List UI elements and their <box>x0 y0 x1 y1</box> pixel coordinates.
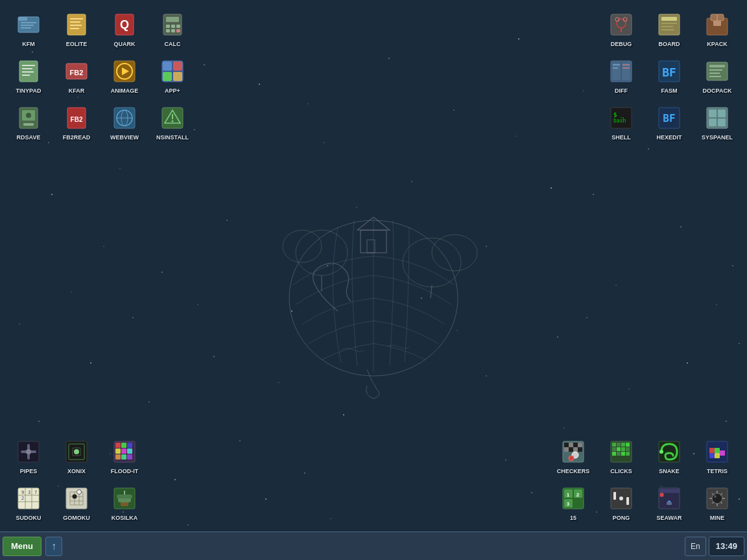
svg-rect-258 <box>676 489 679 493</box>
icon-label-seawar: SEAWAR <box>656 515 682 522</box>
icon-debug[interactable]: DEBUG <box>599 6 643 51</box>
icon-label-15: 15 <box>570 515 576 522</box>
icon-img-fb2read: FB2 <box>61 102 92 134</box>
icon-appplus[interactable]: APP+ <box>150 53 195 97</box>
svg-rect-93 <box>166 25 170 28</box>
icon-tinypad[interactable]: TINYPAD <box>6 53 51 97</box>
svg-rect-146 <box>622 64 630 65</box>
icon-sudoku[interactable]: 9372SUDOKU <box>6 480 51 524</box>
icon-quark[interactable]: QQUARK <box>102 6 147 51</box>
icon-webview[interactable]: WEBVIEW <box>102 100 147 144</box>
svg-rect-227 <box>621 447 625 451</box>
icon-hexedit[interactable]: BFHEXEDIT <box>647 100 691 144</box>
top-left-icon-area: KFMEOLITEQQUARKCALCTINYPADFB2KFARANIMAGE… <box>6 6 196 144</box>
svg-rect-214 <box>564 447 569 452</box>
svg-rect-224 <box>626 443 630 447</box>
svg-text:9: 9 <box>21 490 24 495</box>
desktop: KFMEOLITEQQUARKCALCTINYPADFB2KFARANIMAGE… <box>0 0 747 560</box>
icon-eolite[interactable]: EOLITE <box>54 6 99 51</box>
icon-img-fasm: BF <box>654 56 685 87</box>
icon-label-fasm: FASM <box>661 88 677 95</box>
svg-point-21 <box>551 187 552 189</box>
taskbar-language[interactable]: En <box>685 537 706 556</box>
icon-gomoku[interactable]: GOMOKU <box>54 480 99 524</box>
icon-animage[interactable]: ANIMAGE <box>102 53 147 97</box>
svg-point-8 <box>453 110 454 110</box>
icon-checkers[interactable]: CHECKERS <box>551 434 595 478</box>
svg-point-169 <box>26 449 31 454</box>
svg-point-25 <box>19 323 19 324</box>
icon-img-pipes <box>13 436 44 467</box>
icon-kosilka[interactable]: KOSILKA <box>102 480 147 524</box>
icon-mine[interactable]: MINE <box>695 480 739 524</box>
svg-text:FB2: FB2 <box>70 69 84 76</box>
icon-snake[interactable]: SNAKE <box>647 434 691 478</box>
svg-rect-82 <box>21 25 34 26</box>
icon-img-diff <box>606 56 637 87</box>
icon-shell[interactable]: $ _bashSHELL <box>599 100 643 144</box>
svg-point-127 <box>172 120 174 122</box>
icon-docpack[interactable]: DOCPACK <box>695 53 739 97</box>
svg-point-11 <box>648 148 649 150</box>
svg-text:2: 2 <box>21 496 24 501</box>
icon-tetris[interactable]: TETRIS <box>695 434 739 478</box>
icon-img-syspanel <box>702 102 733 134</box>
icon-rdsave[interactable]: RDSAVE <box>6 100 51 144</box>
svg-rect-222 <box>617 443 621 447</box>
svg-text:BF: BF <box>662 65 676 79</box>
icon-label-fb2read: FB2READ <box>63 135 91 141</box>
svg-text:3: 3 <box>28 490 30 495</box>
icon-diff[interactable]: DIFF <box>599 53 643 97</box>
icon-kfm[interactable]: KFM <box>6 6 51 51</box>
icon-xonix[interactable]: XONIX <box>54 434 99 478</box>
svg-rect-95 <box>176 25 180 28</box>
icon-board[interactable]: BOARD <box>647 6 691 51</box>
icon-pipes[interactable]: PIPES <box>6 434 51 478</box>
svg-point-5 <box>259 84 260 85</box>
svg-rect-145 <box>613 64 620 65</box>
svg-rect-245 <box>574 499 582 508</box>
svg-point-68 <box>716 304 717 305</box>
svg-text:1: 1 <box>567 492 570 498</box>
svg-point-62 <box>71 292 72 292</box>
icon-label-shell: SHELL <box>611 135 631 141</box>
icon-15[interactable]: 12315 <box>551 480 595 524</box>
svg-text:BF: BF <box>663 112 675 124</box>
svg-rect-180 <box>127 449 132 454</box>
menu-button[interactable]: Menu <box>3 537 42 556</box>
svg-rect-221 <box>612 443 616 447</box>
icon-img-15: 123 <box>558 483 589 514</box>
svg-rect-256 <box>668 489 671 493</box>
taskbar-arrow-button[interactable]: ↑ <box>45 537 62 556</box>
icon-img-shell: $ _bash <box>606 102 637 134</box>
icon-img-kfm <box>13 9 44 40</box>
svg-point-9 <box>518 38 519 40</box>
svg-rect-251 <box>626 497 629 505</box>
icon-label-debug: DEBUG <box>611 41 632 48</box>
icon-img-calc <box>157 9 188 40</box>
svg-rect-232 <box>626 452 630 456</box>
svg-point-27 <box>148 401 149 402</box>
icon-label-floodit: FLOOD-IT <box>111 469 139 475</box>
svg-point-63 <box>132 317 133 318</box>
svg-rect-225 <box>612 447 616 451</box>
icon-kfar[interactable]: FB2KFAR <box>54 53 99 97</box>
icon-label-board: BOARD <box>659 41 680 48</box>
svg-rect-94 <box>171 25 175 28</box>
icon-fasm[interactable]: BFFASM <box>647 53 691 97</box>
icon-clicks[interactable]: CLICKS <box>599 434 643 478</box>
icon-calc[interactable]: CALC <box>150 6 195 51</box>
icon-fb2read[interactable]: FB2FB2READ <box>54 100 99 144</box>
svg-point-60 <box>593 194 594 195</box>
icon-seawar[interactable]: SEAWAR <box>647 480 691 524</box>
svg-rect-181 <box>115 454 121 460</box>
icon-nsinstall[interactable]: NSINSTALL <box>150 100 195 144</box>
svg-point-40 <box>304 472 305 474</box>
svg-text:bash: bash <box>613 118 626 124</box>
icon-syspanel[interactable]: SYSPANEL <box>695 100 739 144</box>
svg-text:FB2: FB2 <box>71 116 83 123</box>
icon-floodit[interactable]: FLOOD-IT <box>102 434 147 478</box>
icon-pong[interactable]: PONG <box>599 480 643 524</box>
icon-kpack[interactable]: KPACK <box>695 6 739 51</box>
icon-img-kfar: FB2 <box>61 56 92 87</box>
